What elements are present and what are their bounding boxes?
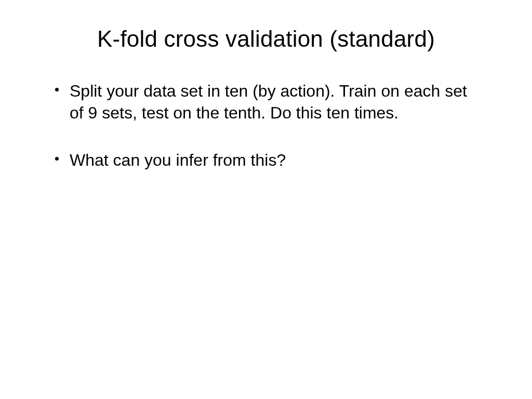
slide: K-fold cross validation (standard) Split… [0,0,532,399]
bullet-marker-icon [52,81,70,91]
bullet-text: What can you infer from this? [70,150,485,171]
slide-title: K-fold cross validation (standard) [47,26,485,52]
slide-content: Split your data set in ten (by action). … [47,81,485,171]
bullet-text: Split your data set in ten (by action). … [70,81,485,124]
bullet-marker-icon [52,150,70,161]
bullet-item: What can you infer from this? [52,150,485,171]
bullet-item: Split your data set in ten (by action). … [52,81,485,124]
